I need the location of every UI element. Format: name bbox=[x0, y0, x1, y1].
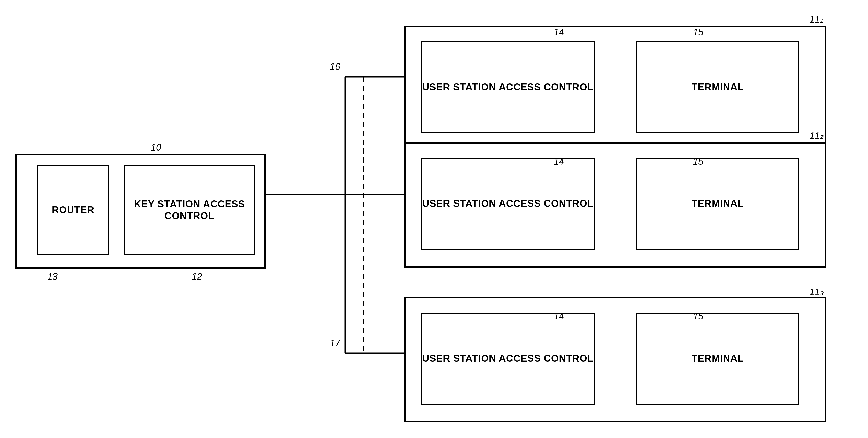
ref-111: 11₁ bbox=[809, 14, 823, 25]
diagram: ROUTER KEY STATION ACCESS CONTROL 10 12 … bbox=[0, 0, 868, 438]
user-station-1-outer: USER STATION ACCESS CONTROL TERMINAL bbox=[404, 26, 826, 151]
terminal-2-label: TERMINAL bbox=[691, 198, 744, 210]
ref-12: 12 bbox=[192, 271, 202, 282]
key-station-inner-box: KEY STATION ACCESS CONTROL bbox=[124, 165, 255, 255]
ref-14-1: 14 bbox=[554, 27, 564, 38]
user-station-1-usac: USER STATION ACCESS CONTROL bbox=[421, 41, 595, 134]
terminal-1-box: TERMINAL bbox=[636, 41, 800, 134]
user-station-2-usac: USER STATION ACCESS CONTROL bbox=[421, 158, 595, 250]
key-station-label: KEY STATION ACCESS CONTROL bbox=[125, 198, 254, 222]
ref-17: 17 bbox=[330, 338, 340, 349]
ref-10: 10 bbox=[151, 142, 161, 153]
ref-112: 11₂ bbox=[809, 130, 823, 141]
user-station-3-outer: USER STATION ACCESS CONTROL TERMINAL bbox=[404, 297, 826, 422]
router-label: ROUTER bbox=[52, 204, 94, 216]
terminal-2-box: TERMINAL bbox=[636, 158, 800, 250]
ref-14-3: 14 bbox=[554, 311, 564, 322]
ref-14-2: 14 bbox=[554, 156, 564, 167]
terminal-3-box: TERMINAL bbox=[636, 313, 800, 405]
key-station-outer-box: ROUTER KEY STATION ACCESS CONTROL bbox=[16, 154, 266, 269]
usac-3-label: USER STATION ACCESS CONTROL bbox=[422, 353, 594, 364]
ref-113: 11₃ bbox=[809, 287, 823, 297]
ref-13: 13 bbox=[47, 271, 58, 282]
user-station-3-usac: USER STATION ACCESS CONTROL bbox=[421, 313, 595, 405]
usac-1-label: USER STATION ACCESS CONTROL bbox=[422, 81, 594, 93]
ref-15-3: 15 bbox=[693, 311, 703, 322]
ref-15-1: 15 bbox=[693, 27, 703, 38]
terminal-1-label: TERMINAL bbox=[691, 81, 744, 93]
ref-15-2: 15 bbox=[693, 156, 703, 167]
user-station-2-outer: USER STATION ACCESS CONTROL TERMINAL bbox=[404, 142, 826, 267]
terminal-3-label: TERMINAL bbox=[691, 353, 744, 364]
router-box: ROUTER bbox=[37, 165, 109, 255]
usac-2-label: USER STATION ACCESS CONTROL bbox=[422, 198, 594, 210]
ref-16: 16 bbox=[330, 61, 340, 72]
